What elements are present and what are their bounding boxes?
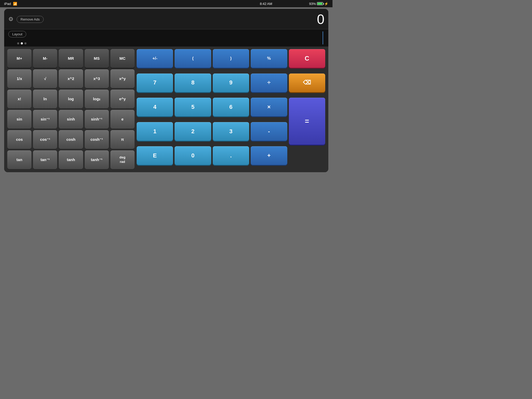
button-exy[interactable]: e^y	[110, 90, 135, 108]
button-sin[interactable]: sin	[7, 110, 31, 129]
button-cosh-inv[interactable]: cosh⁻¹	[85, 130, 109, 149]
button-plus-minus[interactable]: +/-	[137, 49, 173, 68]
button-rparen[interactable]: )	[213, 49, 249, 68]
button-decimal[interactable]: .	[213, 146, 249, 165]
button-subtract[interactable]: -	[251, 122, 287, 141]
button-cosh[interactable]: cosh	[59, 130, 83, 149]
calculator: ⚙ Remove Ads 0 Layout M+ M- MR MS MC 1/x…	[4, 9, 328, 172]
device-label: iPad	[4, 2, 11, 6]
battery-pct: 93%	[309, 2, 316, 6]
page-dot-3	[24, 42, 26, 44]
button-tanh[interactable]: tanh	[59, 150, 83, 169]
button-equals[interactable]: =	[289, 98, 325, 145]
scientific-keys: M+ M- MR MS MC 1/x √ x^2 x^3 x^y x! ln l…	[7, 49, 135, 169]
button-m-minus[interactable]: M-	[33, 49, 57, 68]
button-log2[interactable]: log₂	[85, 90, 109, 108]
button-inv[interactable]: 1/x	[7, 69, 31, 88]
button-ms[interactable]: MS	[85, 49, 109, 68]
button-mc[interactable]: MC	[110, 49, 135, 68]
button-e-sci[interactable]: E	[137, 146, 173, 165]
battery-icon	[317, 2, 323, 5]
button-1[interactable]: 1	[137, 122, 173, 141]
keypad: M+ M- MR MS MC 1/x √ x^2 x^3 x^y x! ln l…	[4, 46, 328, 172]
button-9[interactable]: 9	[213, 74, 249, 92]
button-log[interactable]: log	[59, 90, 83, 108]
button-pi[interactable]: π	[110, 130, 135, 149]
button-2[interactable]: 2	[175, 122, 211, 141]
page-dots	[17, 42, 26, 44]
button-xy[interactable]: x^y	[110, 69, 135, 88]
display-value: 0	[317, 11, 324, 27]
button-cos[interactable]: cos	[7, 130, 31, 149]
button-5[interactable]: 5	[175, 98, 211, 116]
button-ln[interactable]: ln	[33, 90, 57, 108]
status-time: 8:42 AM	[260, 2, 272, 6]
button-backspace[interactable]: ⌫	[289, 74, 325, 92]
button-7[interactable]: 7	[137, 74, 173, 92]
wifi-icon: 📶	[13, 2, 17, 6]
charging-icon: ⚡	[324, 2, 328, 6]
main-keys: +/- ( ) % C 7 8 9 ÷ ⌫ 4 5 6 × = 1 2 3 - …	[137, 49, 325, 169]
button-deg-rad[interactable]: degrad	[110, 150, 135, 169]
button-sin-inv[interactable]: sin⁻¹	[33, 110, 57, 129]
button-m-plus[interactable]: M+	[7, 49, 31, 68]
button-tanh-inv[interactable]: tanh⁻¹	[85, 150, 109, 169]
button-clear[interactable]: C	[289, 49, 325, 68]
button-4[interactable]: 4	[137, 98, 173, 116]
button-cos-inv[interactable]: cos⁻¹	[33, 130, 57, 149]
button-multiply[interactable]: ×	[251, 98, 287, 116]
button-divide[interactable]: ÷	[251, 74, 287, 92]
button-add[interactable]: +	[251, 146, 287, 165]
page-dot-2	[21, 42, 23, 44]
calculator-header: ⚙ Remove Ads 0	[4, 9, 328, 29]
button-tan-inv[interactable]: tan⁻¹	[33, 150, 57, 169]
button-8[interactable]: 8	[175, 74, 211, 92]
button-6[interactable]: 6	[213, 98, 249, 116]
tape-area: Layout	[4, 29, 328, 46]
button-sinh-inv[interactable]: sinh⁻¹	[85, 110, 109, 129]
button-tan[interactable]: tan	[7, 150, 31, 169]
button-x3[interactable]: x^3	[85, 69, 109, 88]
tape-cursor	[323, 31, 323, 44]
page-dot-1	[17, 42, 19, 44]
button-0[interactable]: 0	[175, 146, 211, 165]
status-right: 93% ⚡	[309, 2, 328, 6]
layout-button[interactable]: Layout	[8, 31, 26, 37]
header-left: ⚙ Remove Ads	[8, 16, 44, 23]
button-mr[interactable]: MR	[59, 49, 83, 68]
remove-ads-button[interactable]: Remove Ads	[17, 16, 44, 23]
status-left: iPad 📶	[4, 2, 17, 6]
button-fact[interactable]: x!	[7, 90, 31, 108]
settings-icon[interactable]: ⚙	[8, 16, 14, 23]
button-sinh[interactable]: sinh	[59, 110, 83, 129]
button-e[interactable]: e	[110, 110, 135, 129]
button-x2[interactable]: x^2	[59, 69, 83, 88]
status-bar: iPad 📶 8:42 AM 93% ⚡	[0, 0, 332, 7]
button-3[interactable]: 3	[213, 122, 249, 141]
button-sqrt[interactable]: √	[33, 69, 57, 88]
button-lparen[interactable]: (	[175, 49, 211, 68]
battery-fill	[317, 3, 322, 5]
button-percent[interactable]: %	[251, 49, 287, 68]
